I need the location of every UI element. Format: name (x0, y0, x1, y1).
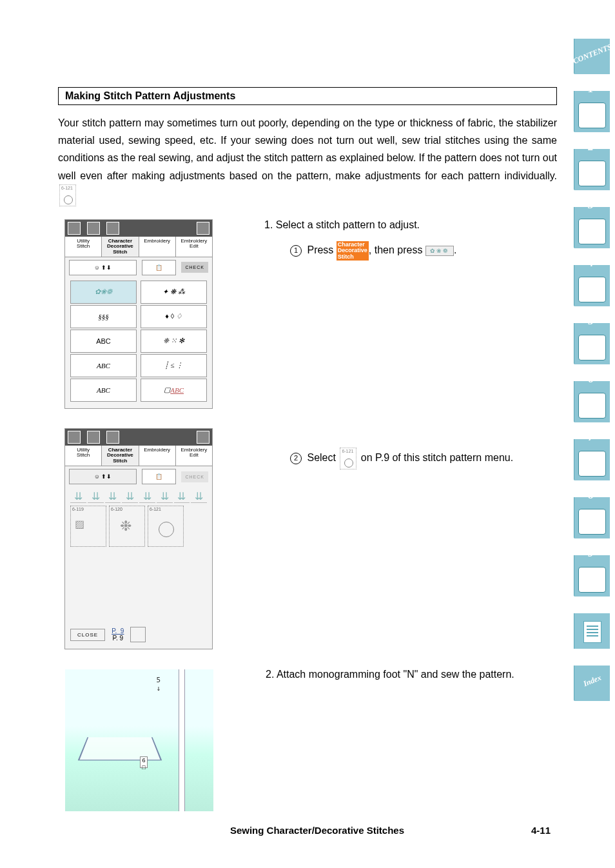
screen-1-menu: Utility Stitch Character Decorative Stit… (64, 219, 213, 409)
page-footer: Sewing Character/Decorative Stitches 4-1… (0, 825, 615, 836)
pattern-deco-5[interactable]: ▢ ABC (141, 379, 207, 402)
tab-chapter-3[interactable]: 3 — (574, 207, 610, 248)
tab-contents[interactable]: CONTENTS (574, 39, 610, 74)
tab-embroidery-edit[interactable]: Embroidery Edit (176, 237, 212, 257)
tab-chapter-9[interactable]: 9 — (574, 555, 610, 597)
step-2a-text: Select (307, 452, 335, 463)
sidebar-nav: CONTENTS 1 — 2 — 3 — 4 — 5 — 6 — 7 — 8 —… (574, 39, 615, 718)
char-dec-button[interactable]: Character Decorative Stitch (337, 241, 369, 261)
page-indicator: P. 9P. 9 (112, 627, 124, 642)
tab-utility[interactable]: Utility Stitch (65, 237, 102, 257)
pattern-scroll-2[interactable]: ♦ ◊ ♢ (141, 305, 207, 328)
footer-page-number: 4-11 (531, 825, 551, 836)
inline-icon-label: 6-121 (61, 186, 73, 190)
screen-2-page9: Utility Stitch Character Decorative Stit… (64, 428, 213, 649)
tab-chapter-2[interactable]: 2 — (574, 149, 610, 190)
pattern-deco-2[interactable]: ✦ ❋ ⁂ (141, 281, 207, 304)
select-stitch-icon: 6-121 (340, 448, 356, 469)
intro-text: Your stitch pattern may sometimes turn o… (58, 117, 557, 181)
tab-appendix[interactable] (574, 613, 610, 649)
tab-chapter-1[interactable]: 1 — (574, 91, 610, 132)
close-button[interactable]: CLOSE (70, 629, 105, 641)
tab-chapter-8[interactable]: 8 — (574, 497, 610, 538)
intro-paragraph: Your stitch pattern may sometimes turn o… (58, 114, 557, 206)
tab-char-dec[interactable]: Character Decorative Stitch (102, 237, 139, 257)
sewing-illustration: 5 ↓ 6 □ (64, 669, 214, 812)
section-header: Making Stitch Pattern Adjustments (58, 87, 557, 105)
pattern-deco-4[interactable]: ┊ ≤ ⋮ (141, 354, 207, 377)
step-1: 1. Select a stitch pattern to adjust. (264, 219, 557, 231)
inline-stitch-icon: 6-121 (59, 184, 76, 206)
step-2: 2. Attach monogramming foot "N" and sew … (266, 669, 557, 680)
pattern-6-119[interactable]: 6-119 ▨ (70, 506, 106, 547)
deco-pattern-button[interactable]: ✿❀❁ (425, 246, 454, 256)
check-button[interactable]: CHECK (181, 262, 208, 273)
s2-tab-embroidery[interactable]: Embroidery (139, 446, 176, 466)
pattern-deco-3[interactable]: ❈ ⁙ ✻ (141, 330, 207, 353)
six-box-label: 6 □ (140, 756, 148, 768)
tab-chapter-7[interactable]: 7 — (574, 439, 610, 480)
tab-chapter-6[interactable]: 6 — (574, 381, 610, 422)
pattern-6-120[interactable]: 6-120 ❉ (109, 506, 145, 547)
s2-tab-utility[interactable]: Utility Stitch (65, 446, 102, 466)
s2-tab-char-dec[interactable]: Character Decorative Stitch (102, 446, 139, 466)
page-flip-icon[interactable] (130, 627, 146, 642)
s2-tab-embroidery-edit[interactable]: Embroidery Edit (176, 446, 212, 466)
substep-1-marker: 1 (290, 245, 302, 257)
tab-chapter-4[interactable]: 4 — (574, 265, 610, 306)
pattern-6-121[interactable]: 6-121 (148, 506, 184, 547)
tab-index[interactable]: Index (574, 666, 610, 701)
step-1b-text: , then press (369, 244, 423, 255)
arrow-5-label: 5 ↓ (156, 676, 161, 693)
step-1a-text: Press (307, 244, 333, 255)
pattern-scroll-1[interactable]: §§§ (70, 305, 137, 328)
substep-2-marker: 2 (290, 453, 302, 464)
tab-embroidery[interactable]: Embroidery (139, 237, 176, 257)
pattern-abc-3[interactable]: ABC (70, 379, 137, 402)
pattern-abc-2[interactable]: ABC (70, 354, 137, 377)
s2-check-button: CHECK (181, 471, 208, 482)
pattern-deco-1[interactable]: ✿❀❁ (70, 281, 137, 304)
footer-title: Sewing Character/Decorative Stitches (103, 825, 531, 836)
pattern-abc-1[interactable]: ABC (70, 330, 137, 353)
tab-chapter-5[interactable]: 5 — (574, 323, 610, 364)
step-1c-text: . (454, 244, 456, 255)
step-2b-text: on P.9 of this stitch pattern menu. (361, 452, 513, 463)
